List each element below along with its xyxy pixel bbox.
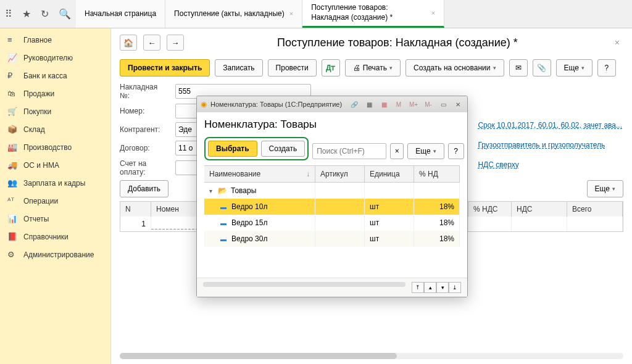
h-scrollbar[interactable]	[120, 353, 623, 359]
minimize-icon[interactable]: ▭	[438, 99, 449, 109]
create-based-button[interactable]: Создать на основании ▾	[405, 59, 504, 77]
sidebar: ≡Главное 📈Руководителю ₽Банк и касса 🛍Пр…	[0, 28, 111, 364]
app-icon: ◉	[201, 100, 207, 109]
people-icon: 👥	[7, 178, 17, 188]
sidebar-item-production[interactable]: 🏭Производство	[0, 138, 110, 156]
link-vat[interactable]: НДС сверху	[478, 160, 622, 169]
sidebar-item-operations[interactable]: ᴬᵀОперации	[0, 192, 110, 210]
write-button[interactable]: Записать	[215, 59, 262, 77]
search-input[interactable]	[312, 143, 386, 159]
col-unit[interactable]: Единица	[365, 166, 414, 182]
link-terms[interactable]: Срок 10.01.2017, 60.01, 60.02, зачет ава…	[478, 121, 622, 130]
star-icon[interactable]: ★	[22, 8, 31, 20]
link-shipper[interactable]: Грузоотправитель и грузополучатель	[478, 141, 622, 149]
home-button[interactable]: 🏠	[120, 35, 137, 51]
print-button[interactable]: 🖨 Печать ▾	[345, 59, 401, 77]
nav-first[interactable]: ⤒	[412, 282, 424, 293]
tree-item[interactable]: ▬Ведро 10л шт18%	[204, 199, 460, 215]
help-button[interactable]: ?	[597, 59, 616, 77]
create-button[interactable]: Создать	[261, 141, 306, 157]
dialog-titlebar[interactable]: ◉ Номенклатура: Товары (1С:Предприятие) …	[197, 96, 467, 112]
bag-icon: 🛍	[7, 89, 17, 98]
nav-last[interactable]: ⤓	[449, 282, 461, 293]
account-label: Счет на оплату:	[120, 159, 169, 176]
calc-icon[interactable]: ▦	[364, 99, 375, 109]
sidebar-item-directories[interactable]: 📕Справочники	[0, 228, 110, 246]
gear-icon: ⚙	[7, 250, 17, 259]
apps-icon[interactable]: ⠿	[5, 8, 12, 20]
history-icon[interactable]: ↻	[41, 8, 49, 20]
mem-mminus[interactable]: M-	[423, 99, 434, 109]
number-label: Номер:	[120, 107, 169, 115]
close-icon[interactable]: ×	[611, 38, 623, 48]
nav-down[interactable]: ▾	[436, 282, 449, 293]
search-icon[interactable]: 🔍	[59, 8, 71, 20]
topbar: ⠿ ★ ↻ 🔍 Начальная страница Поступление (…	[0, 0, 632, 28]
col-n[interactable]: N	[120, 202, 151, 217]
dialog-h-scrollbar[interactable]	[203, 282, 405, 287]
grid-more-button[interactable]: Еще ▾	[587, 180, 623, 197]
topbar-icons: ⠿ ★ ↻ 🔍	[0, 0, 76, 28]
toolbar: Провести и закрыть Записать Провести Дᴛ …	[111, 57, 632, 83]
sidebar-item-reports[interactable]: 📊Отчеты	[0, 210, 110, 228]
col-total[interactable]: Всего	[567, 202, 623, 217]
nav-up[interactable]: ▴	[424, 282, 436, 293]
col-article[interactable]: Артикул	[315, 166, 365, 182]
close-icon[interactable]: ×	[431, 9, 435, 17]
attach-button[interactable]: 📎	[533, 59, 551, 77]
col-nomen[interactable]: Номен	[151, 202, 201, 217]
tab-invoice[interactable]: Поступление товаров: Накладная (создание…	[302, 0, 444, 28]
sidebar-item-admin[interactable]: ⚙Администрирование	[0, 246, 110, 263]
clear-search-button[interactable]: ×	[390, 143, 404, 159]
book-icon: 📕	[7, 232, 17, 241]
col-pct-vat[interactable]: % НДС	[468, 202, 512, 217]
cart-icon: 🛒	[7, 107, 17, 116]
post-close-button[interactable]: Провести и закрыть	[120, 59, 210, 77]
dialog-more-button[interactable]: Еще ▾	[407, 143, 444, 159]
ops-icon: ᴬᵀ	[7, 196, 17, 205]
grid-nav: ⤒ ▴ ▾ ⤓	[412, 282, 461, 293]
calendar-icon[interactable]: ▦	[378, 99, 389, 109]
add-button[interactable]: Добавить	[120, 180, 168, 197]
close-icon[interactable]: ✕	[452, 99, 464, 109]
link-icon[interactable]: 🔗	[349, 99, 360, 109]
sidebar-item-salary[interactable]: 👥Зарплата и кадры	[0, 174, 110, 192]
select-button[interactable]: Выбрать	[208, 141, 257, 157]
mem-m[interactable]: M	[393, 99, 404, 109]
dialog-footer: ⤒ ▴ ▾ ⤓	[197, 278, 467, 297]
sidebar-item-bank[interactable]: ₽Банк и касса	[0, 67, 110, 85]
tab-home[interactable]: Начальная страница	[76, 0, 165, 28]
tab-receipts[interactable]: Поступление (акты, накладные)×	[165, 0, 302, 28]
dialog-help-button[interactable]: ?	[448, 143, 464, 159]
mail-button[interactable]: ✉	[509, 59, 528, 77]
dialog-wintitle: Номенклатура: Товары (1С:Предприятие)	[210, 101, 345, 108]
sidebar-item-manager[interactable]: 📈Руководителю	[0, 49, 110, 67]
factory-icon: 🏭	[7, 143, 17, 152]
more-button[interactable]: Еще ▾	[556, 59, 592, 77]
dt-kt-button[interactable]: Дᴛ	[322, 59, 340, 77]
contract-label: Договор:	[120, 144, 169, 152]
item-icon: ▬	[220, 204, 227, 210]
sidebar-item-assets[interactable]: 🚚ОС и НМА	[0, 156, 110, 174]
tree-item[interactable]: ▬Ведро 15л шт18%	[204, 215, 460, 231]
sidebar-item-purchases[interactable]: 🛒Покупки	[0, 102, 110, 120]
back-button[interactable]: ←	[143, 35, 160, 51]
dialog-grid-header: Наименование↓ Артикул Единица % НД	[204, 165, 460, 183]
col-vat[interactable]: % НД	[414, 166, 460, 182]
sidebar-item-main[interactable]: ≡Главное	[0, 31, 110, 49]
post-button[interactable]: Провести	[268, 59, 317, 77]
mem-mplus[interactable]: M+	[408, 99, 419, 109]
col-vat[interactable]: НДС	[512, 202, 567, 217]
tree-folder[interactable]: ▾📂Товары	[204, 183, 460, 199]
sidebar-item-warehouse[interactable]: 📦Склад	[0, 120, 110, 138]
nomenclature-dialog: ◉ Номенклатура: Товары (1С:Предприятие) …	[196, 96, 468, 297]
forward-button[interactable]: →	[167, 35, 184, 51]
tabs: Начальная страница Поступление (акты, на…	[76, 0, 444, 28]
collapse-icon[interactable]: ▾	[209, 188, 217, 194]
col-name[interactable]: Наименование↓	[204, 166, 315, 182]
contractor-label: Контрагент:	[120, 125, 169, 134]
tree-item[interactable]: ▬Ведро 30л шт18%	[204, 231, 460, 247]
sidebar-item-sales[interactable]: 🛍Продажи	[0, 85, 110, 102]
close-icon[interactable]: ×	[289, 9, 293, 18]
menu-icon: ≡	[7, 35, 17, 44]
